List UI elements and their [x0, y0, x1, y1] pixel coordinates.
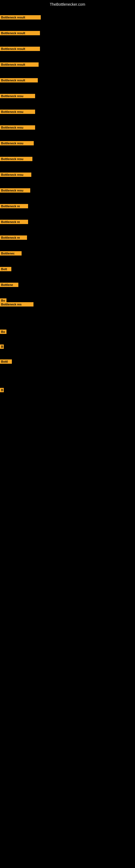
bottleneck-label-7: Bottleneck resu [0, 110, 35, 114]
bottleneck-label-18: Bottlene [0, 283, 18, 287]
bottleneck-label-13: Bottleneck re [0, 204, 28, 208]
bottleneck-label-4: Bottleneck result [0, 62, 39, 67]
bottleneck-label-11: Bottleneck resu [0, 173, 31, 177]
bottleneck-label-16: Bottlenec [0, 251, 21, 255]
bottleneck-label-6: Bottleneck resu [0, 94, 35, 98]
bottleneck-label-12: Bottleneck resu [0, 188, 30, 193]
bottleneck-label-9: Bottleneck resu [0, 141, 34, 145]
bottleneck-label-1: Bottleneck result [0, 15, 41, 20]
bottleneck-label-10: Bottleneck resu [0, 157, 32, 161]
bottleneck-label-3: Bottleneck result [0, 46, 40, 51]
bottleneck-label-8: Bottleneck resu [0, 125, 35, 130]
bottleneck-label-24: B [0, 388, 4, 392]
bottleneck-label-17: Bott [0, 267, 11, 271]
bottleneck-label-14: Bottleneck re [0, 220, 28, 224]
bottleneck-label-23: Bottl [0, 360, 12, 364]
bottleneck-label-21: Bo [0, 330, 6, 334]
bottleneck-label-5: Bottleneck result [0, 78, 38, 83]
bottleneck-label-2: Bottleneck result [0, 31, 40, 35]
bottleneck-label-20: Bottleneck res [0, 302, 34, 307]
bottleneck-label-15: Bottleneck re [0, 236, 27, 240]
bottleneck-label-22: B [0, 344, 4, 349]
site-title: TheBottlenecker.com [50, 2, 85, 6]
